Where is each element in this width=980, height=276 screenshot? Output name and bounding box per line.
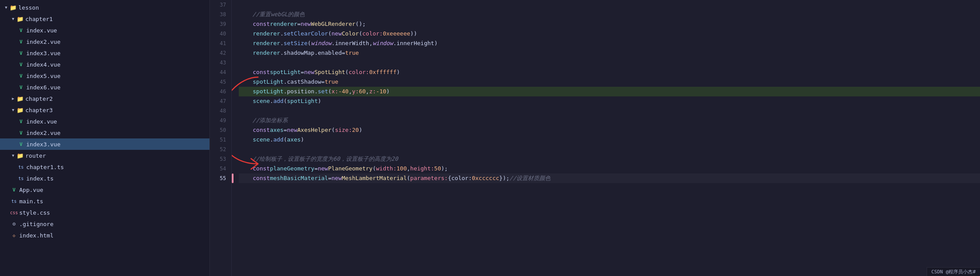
- code-content[interactable]: //重置webGL的颜色 const renderer = new WebGLR…: [232, 0, 980, 276]
- sidebar-item-ch3index1vue[interactable]: V index.vue: [0, 116, 209, 127]
- line-num-37: 37: [210, 0, 226, 10]
- chevron-icon: ▼: [3, 5, 9, 10]
- line-num-54: 54: [210, 164, 226, 173]
- vue-icon: V: [17, 50, 24, 57]
- code-line-54: const planeGeometry = new PlaneGeometry …: [239, 164, 980, 173]
- git-icon: ⚙: [10, 220, 17, 227]
- sidebar-item-label: index4.vue: [26, 61, 60, 68]
- sidebar-item-label: router: [25, 152, 46, 159]
- keyword-const: const: [253, 19, 270, 29]
- sidebar-item-router[interactable]: ▼ 📁 router: [0, 150, 209, 161]
- folder-icon: 📁: [17, 95, 24, 102]
- vue-icon: V: [17, 141, 24, 148]
- line-num-52: 52: [210, 145, 226, 154]
- line-num-38: 38: [210, 10, 226, 19]
- sidebar-item-index6vue[interactable]: V index6.vue: [0, 81, 209, 93]
- line-num-48: 48: [210, 106, 226, 116]
- line-num-43: 43: [210, 58, 226, 67]
- folder-icon: 📁: [10, 4, 17, 11]
- line-num-55: 55: [210, 173, 226, 183]
- line-num-44: 44: [210, 67, 226, 77]
- line-num-39: 39: [210, 19, 226, 29]
- code-line-45: spotLight . castShadow = true: [239, 77, 980, 87]
- sidebar-item-label: index6.vue: [26, 84, 60, 91]
- sidebar-item-label: chapter3: [25, 107, 53, 113]
- vue-icon: V: [17, 118, 24, 125]
- sidebar-item-maints[interactable]: ts main.ts: [0, 195, 209, 207]
- code-line-51: scene . add ( axes ): [239, 135, 980, 145]
- vue-icon: V: [17, 72, 24, 79]
- ts-icon: ts: [17, 175, 24, 182]
- sidebar-item-index2vue[interactable]: V index2.vue: [0, 36, 209, 47]
- sidebar-item-chapter1ts[interactable]: ts chapter1.ts: [0, 161, 209, 173]
- code-line-52: [239, 145, 980, 154]
- folder-icon: 📁: [17, 106, 24, 113]
- sidebar-item-label: lesson: [18, 4, 39, 11]
- line-num-49: 49: [210, 116, 226, 125]
- code-line-38: //重置webGL的颜色: [239, 10, 980, 19]
- code-line-39: const renderer = new WebGLRenderer ();: [239, 19, 980, 29]
- code-line-46: spotLight . position . set ( x: -40 , y:…: [239, 87, 980, 96]
- code-line-41: renderer . setSize ( window . innerWidth…: [239, 39, 980, 48]
- sidebar-item-index4vue[interactable]: V index4.vue: [0, 59, 209, 70]
- sidebar-item-label: index.vue: [26, 27, 57, 34]
- css-icon: css: [10, 209, 17, 216]
- code-line-47: scene . add ( spotLight ): [239, 96, 980, 106]
- sidebar-item-chapter2[interactable]: ▶ 📁 chapter2: [0, 93, 209, 104]
- ts-icon: ts: [10, 198, 17, 205]
- code-line-43: [239, 58, 980, 67]
- chevron-icon: ▶: [10, 96, 16, 101]
- line-num-41: 41: [210, 39, 226, 48]
- vue-icon: V: [17, 61, 24, 68]
- sidebar-item-chapter3[interactable]: ▼ 📁 chapter3: [0, 104, 209, 116]
- line-num-40: 40: [210, 29, 226, 39]
- sidebar-item-gitignore[interactable]: ⚙ .gitignore: [0, 218, 209, 230]
- sidebar-item-index3vue[interactable]: V index3.vue: [0, 47, 209, 59]
- sidebar-item-appvue[interactable]: V App.vue: [0, 184, 209, 195]
- chevron-icon: ▼: [10, 107, 16, 113]
- line-num-42: 42: [210, 48, 226, 58]
- sidebar-item-label: chapter2: [25, 96, 53, 102]
- sidebar-item-label: index.html: [19, 232, 53, 239]
- sidebar-item-stylecss[interactable]: css style.css: [0, 207, 209, 218]
- chevron-icon: ▼: [10, 153, 16, 158]
- ts-icon: ts: [17, 163, 24, 170]
- sidebar-item-ch3index3vue[interactable]: V index3.vue: [0, 138, 209, 150]
- vue-icon: V: [10, 186, 17, 193]
- sidebar-item-index1vue[interactable]: V index.vue: [0, 25, 209, 36]
- sidebar-item-ch3index2vue[interactable]: V index2.vue: [0, 127, 209, 138]
- var-renderer: renderer: [270, 19, 297, 29]
- sidebar-item-label: main.ts: [19, 198, 43, 205]
- code-line-37: [239, 0, 980, 10]
- html-icon: ◇: [10, 232, 17, 239]
- folder-icon: 📁: [17, 15, 24, 22]
- line-numbers: 37 38 39 40 41 42 43 44 45 46 47 48 49 5…: [210, 0, 232, 276]
- vue-icon: V: [17, 129, 24, 136]
- code-line-49: //添加坐标系: [239, 116, 980, 125]
- chevron-icon: ▼: [10, 16, 16, 21]
- sidebar-item-label: App.vue: [19, 187, 43, 193]
- code-line-42: renderer . shadowMap . enabled = true: [239, 48, 980, 58]
- sidebar-item-label: index3.vue: [26, 141, 60, 148]
- line-num-51: 51: [210, 135, 226, 145]
- vue-icon: V: [17, 27, 24, 34]
- sidebar-item-indexhtml[interactable]: ◇ index.html: [0, 230, 209, 241]
- sidebar-item-label: chapter1: [25, 16, 53, 22]
- status-label: CSDN @程序员小杰#: [931, 269, 976, 275]
- sidebar-item-label: index2.vue: [26, 130, 60, 136]
- sidebar-item-label: index3.vue: [26, 50, 60, 57]
- sidebar-item-label: index.vue: [26, 118, 57, 125]
- folder-icon: 📁: [17, 152, 24, 159]
- line-num-45: 45: [210, 77, 226, 87]
- code-editor: 37 38 39 40 41 42 43 44 45 46 47 48 49 5…: [210, 0, 980, 276]
- sidebar-item-lesson[interactable]: ▼ 📁 lesson: [0, 2, 209, 13]
- comment-text: //重置webGL的颜色: [239, 10, 305, 19]
- status-bar: CSDN @程序员小杰#: [927, 267, 980, 276]
- sidebar-item-chapter1[interactable]: ▼ 📁 chapter1: [0, 13, 209, 25]
- file-tree: ▼ 📁 lesson ▼ 📁 chapter1 V index.vue V in…: [0, 0, 210, 276]
- vue-icon: V: [17, 38, 24, 45]
- sidebar-item-indexts[interactable]: ts index.ts: [0, 173, 209, 184]
- sidebar-item-index5vue[interactable]: V index5.vue: [0, 70, 209, 81]
- sidebar-item-label: index.ts: [26, 175, 54, 182]
- line-indicator: [232, 173, 234, 183]
